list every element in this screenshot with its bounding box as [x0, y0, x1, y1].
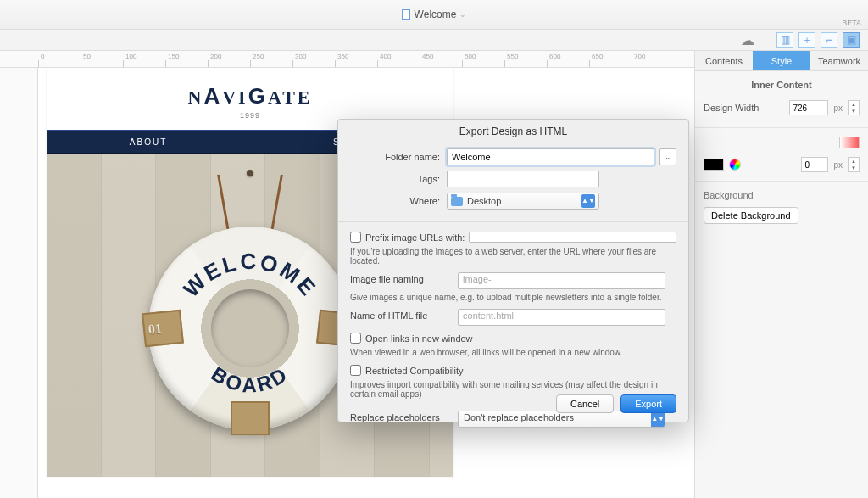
rope-icon: [225, 175, 275, 234]
updown-arrows-icon: ▲▼: [651, 411, 665, 427]
brand-name: NAVIGATE: [47, 83, 453, 109]
border-gradient-swatch[interactable]: [839, 137, 860, 148]
border-controls: px ▲▼: [695, 157, 868, 181]
replace-placeholders-select[interactable]: Don't replace placeholders ▲▼: [458, 411, 665, 428]
toolbar: ☁ ▥ ＋ ⌐ ▣: [0, 30, 868, 51]
updown-arrows-icon: ▲▼: [581, 194, 595, 208]
ruler-vertical: [0, 68, 38, 498]
prefix-urls-hint: If you're uploading the images to a web …: [338, 245, 688, 271]
tab-teamwork[interactable]: Teamwork: [810, 51, 868, 70]
tags-input[interactable]: [447, 171, 599, 187]
layout-columns-button[interactable]: ▥: [776, 32, 793, 48]
folder-name-label: Folder name:: [350, 152, 442, 162]
ring-text: WELCOME BOARD: [148, 227, 352, 430]
inspector-panel: Contents Style Teamwork Inner Content De…: [694, 51, 868, 498]
open-links-hint: When viewed in a web browser, all links …: [338, 346, 688, 362]
nav-about[interactable]: ABOUT: [130, 137, 167, 147]
border-width-input[interactable]: [801, 157, 828, 172]
html-name-label: Name of HTML file: [338, 311, 455, 321]
layout-guides-button[interactable]: ⌐: [821, 32, 837, 48]
border-color-swatch[interactable]: [704, 159, 724, 171]
ruler-horizontal: 0 50 100 150 200 250 300 350 400 450 500…: [0, 51, 694, 68]
replace-placeholders-label: Replace placeholders: [338, 412, 455, 422]
prefix-urls-input[interactable]: [469, 232, 676, 243]
cancel-button[interactable]: Cancel: [556, 394, 614, 413]
where-popup[interactable]: Desktop ▲▼: [447, 193, 599, 210]
tab-style[interactable]: Style: [753, 51, 810, 70]
chevron-down-icon[interactable]: ⌄: [459, 10, 466, 19]
cloud-icon[interactable]: ☁: [741, 32, 754, 48]
design-width-stepper[interactable]: ▲▼: [848, 100, 860, 115]
design-width-unit: px: [833, 104, 843, 113]
beta-badge: BETA: [842, 19, 861, 27]
folder-history-button[interactable]: ⌄: [659, 148, 676, 165]
design-width-input[interactable]: [789, 100, 828, 115]
document-icon: [402, 9, 410, 20]
restricted-checkbox[interactable]: [350, 365, 361, 376]
export-button[interactable]: Export: [620, 394, 676, 413]
prefix-urls-label: Prefix image URLs with:: [365, 232, 465, 243]
folder-icon: [451, 197, 463, 206]
open-links-label: Open links in new window: [365, 333, 473, 344]
background-buttons: Delete Background: [695, 204, 868, 227]
image-naming-input[interactable]: image-: [458, 272, 665, 289]
html-name-input[interactable]: content.html: [458, 309, 665, 326]
open-links-checkbox[interactable]: [350, 333, 361, 344]
prefix-urls-checkbox[interactable]: [350, 232, 361, 243]
where-value: Desktop: [467, 196, 501, 206]
svg-text:WELCOME: WELCOME: [178, 249, 322, 302]
tags-label: Tags:: [350, 174, 442, 184]
inspector-toggle-button[interactable]: ▣: [843, 32, 860, 48]
life-ring: 01 01 WELCOME BOARD: [148, 227, 352, 430]
border-width-stepper[interactable]: ▲▼: [848, 157, 860, 172]
layout-add-column-button[interactable]: ＋: [798, 32, 815, 48]
design-width-label: Design Width: [704, 103, 784, 113]
where-label: Where:: [350, 196, 442, 206]
image-naming-label: Image file naming: [338, 274, 455, 284]
image-naming-hint: Give images a unique name, e.g. to uploa…: [338, 291, 688, 307]
dialog-title: Export Design as HTML: [338, 120, 688, 146]
restricted-label: Restricted Compatibility: [365, 366, 464, 376]
tab-contents[interactable]: Contents: [695, 51, 753, 70]
delete-background-button[interactable]: Delete Background: [704, 207, 798, 224]
document-title[interactable]: Welcome: [415, 8, 457, 20]
inspector-tabs: Contents Style Teamwork: [695, 51, 868, 71]
border-width-unit: px: [833, 160, 843, 170]
color-picker-icon[interactable]: [729, 159, 741, 171]
svg-text:BOARD: BOARD: [208, 362, 293, 397]
export-dialog: Export Design as HTML Folder name: ⌄ Tag…: [337, 119, 689, 422]
folder-name-input[interactable]: [447, 148, 654, 165]
section-title-inner-content: Inner Content: [695, 71, 868, 97]
titlebar: Welcome ⌄: [0, 0, 868, 30]
design-width-row: Design Width px ▲▼: [695, 97, 868, 119]
background-section-label: Background: [695, 181, 868, 204]
border-swatch-row: [695, 127, 868, 157]
